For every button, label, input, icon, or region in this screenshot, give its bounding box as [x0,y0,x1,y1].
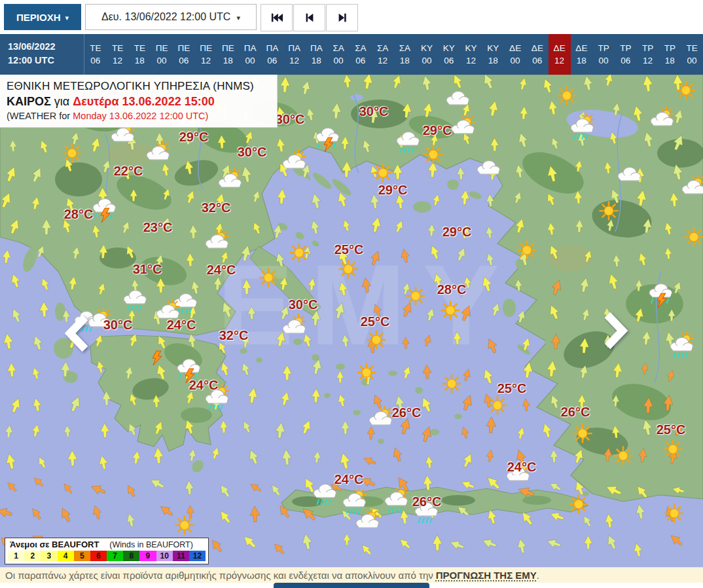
hnms-weather-page: ΠΕΡΙΟΧΗ ▾ Δευ. 13/06/2022 12:00 UTC ▾ [0,0,703,588]
timeline-steps: ΤΕ06ΤΕ12ΤΕ18ΠΕ00ΠΕ06ΠΕ12ΠΕ18ΠΑ00ΠΑ06ΠΑ12… [84,34,703,75]
timeline-step[interactable]: ΤΕ00 [681,34,703,75]
timeline-bar: 13/06/2022 12:00 UTC ΤΕ06ΤΕ12ΤΕ18ΠΕ00ΠΕ0… [0,34,703,75]
beaufort-cell: 12 [189,551,206,561]
sun-icon [600,202,618,220]
sun-icon [664,441,682,458]
forecast-local-time: ΚΑΙΡΟΣ για Δευτέρα 13.06.2022 15:00 [7,94,270,110]
skip-to-start-icon [270,12,284,24]
beaufort-cell: 5 [74,551,90,561]
sun-icon [558,87,576,105]
chevron-left-icon [62,314,92,352]
sun-icon [291,244,308,262]
timeline-step[interactable]: ΠΑ18 [306,34,328,75]
toolbar: ΠΕΡΙΟΧΗ ▾ Δευ. 13/06/2022 12:00 UTC ▾ [0,0,703,34]
sun-icon [374,164,392,182]
beaufort-cell: 1 [8,551,24,561]
beaufort-cell: 8 [123,551,139,561]
timeline-step[interactable]: ΠΕ18 [217,34,240,75]
step-backward-icon [304,12,315,24]
timeline-step[interactable]: ΠΑ06 [261,34,283,75]
timeline-step[interactable]: ΠΕ12 [195,34,217,75]
datetime-select[interactable]: Δευ. 13/06/2022 12:00 UTC ▾ [85,4,257,30]
sun-icon [518,242,536,259]
beaufort-cell: 9 [139,551,156,561]
sun-icon [368,331,386,349]
sun-icon [176,517,194,534]
timeline-step[interactable]: ΠΑ00 [239,34,261,75]
timeline-current-datetime: 13/06/2022 12:00 UTC [0,34,84,75]
timeline-step[interactable]: ΣΑ18 [394,34,416,75]
emy-forecast-link[interactable]: ΠΡΟΓΝΩΣΗ ΤΗΣ ΕΜΥ [436,570,537,581]
legend-title-en: (Winds in BEAUFORT) [109,540,193,549]
sun-icon [685,229,703,246]
previous-map-arrow[interactable] [62,314,92,352]
sun-icon [425,146,442,164]
beaufort-legend: Άνεμοι σε BEAUFORT (Winds in BEAUFORT) 1… [5,538,209,564]
weather-map-graphic: ΕΜΥ [0,75,703,567]
timeline-step[interactable]: ΠΕ06 [173,34,195,75]
timeline-step[interactable]: ΣΑ12 [372,34,394,75]
sun-icon [574,425,592,443]
beaufort-cell: 11 [173,551,189,561]
time-nav-buttons [261,4,358,31]
sun-icon [358,364,376,382]
next-map-arrow[interactable] [601,312,631,350]
timeline-step[interactable]: ΤΡ06 [615,34,637,75]
sun-icon [489,397,507,414]
timeline-step[interactable]: ΤΕ06 [84,34,107,75]
timeline-step[interactable]: ΣΑ00 [327,34,350,75]
timeline-date: 13/06/2022 [8,40,84,54]
legend-title-gr: Άνεμοι σε BEAUFORT [10,540,99,549]
timeline-step[interactable]: ΤΡ18 [659,34,681,75]
timeline-step[interactable]: ΠΑ12 [283,34,306,75]
forecast-utc-time: (WEATHER for Monday 13.06.2022 12:00 UTC… [7,110,270,122]
sun-icon [570,496,588,513]
svg-text:ΕΜΥ: ΕΜΥ [217,241,516,369]
timeline-step[interactable]: ΔΕ06 [526,34,549,75]
timeline-step[interactable]: ΠΕ00 [151,34,173,75]
timeline-step[interactable]: ΤΡ12 [637,34,659,75]
sun-icon [615,447,632,465]
sun-icon [407,287,425,305]
timeline-step[interactable]: ΚΥ18 [482,34,505,75]
timeline-step[interactable]: ΔΕ18 [571,34,593,75]
beaufort-cell: 4 [58,551,74,561]
sun-icon [443,375,461,393]
beaufort-cell: 10 [156,551,173,561]
sun-icon [340,261,357,278]
timeline-step[interactable]: ΤΕ12 [107,34,129,75]
step-backward-button[interactable] [293,4,325,31]
timeline-time: 12:00 UTC [8,54,84,67]
timeline-step[interactable]: ΔΕ00 [504,34,526,75]
step-forward-icon [336,12,348,24]
timeline-step[interactable]: ΤΕ18 [129,34,151,75]
sun-icon [442,302,460,320]
datetime-value: Δευ. 13/06/2022 12:00 UTC [101,11,230,23]
timeline-step[interactable]: ΚΥ00 [416,34,438,75]
chevron-right-icon [601,312,631,350]
disclaimer-text: Οι παραπάνω χάρτες είναι προϊόντα αριθμη… [5,570,433,581]
weather-map: ΕΜΥ [0,75,703,567]
beaufort-cell: 6 [90,551,107,561]
chevron-down-icon: ▾ [236,14,240,22]
beaufort-cell: 2 [24,551,41,561]
timeline-step[interactable]: ΣΑ06 [350,34,372,75]
timeline-step[interactable]: ΤΡ00 [592,34,615,75]
map-info-box: ΕΘΝΙΚΗ ΜΕΤΕΩΡΟΛΟΓΙΚΗ ΥΠΗΡΕΣΙΑ (HNMS) ΚΑΙ… [0,75,278,128]
beaufort-scale: 123456789101112 [8,551,206,561]
timeline-step[interactable]: ΔΕ12 [549,34,571,75]
disclaimer-bar: Οι παραπάνω χάρτες είναι προϊόντα αριθμη… [0,567,703,583]
region-dropdown-button[interactable]: ΠΕΡΙΟΧΗ ▾ [4,4,81,30]
timeline-step[interactable]: ΚΥ12 [460,34,482,75]
beaufort-cell: 3 [41,551,57,561]
sun-icon [677,82,695,100]
beaufort-cell: 7 [107,551,123,561]
sun-icon [260,269,278,287]
step-forward-button[interactable] [326,4,358,31]
region-label: ΠΕΡΙΟΧΗ [16,12,61,23]
skip-to-start-button[interactable] [261,4,293,31]
timeline-step[interactable]: ΚΥ06 [438,34,460,75]
chevron-down-icon: ▾ [65,14,69,22]
footer-bar [274,583,429,588]
sun-icon [63,145,81,162]
